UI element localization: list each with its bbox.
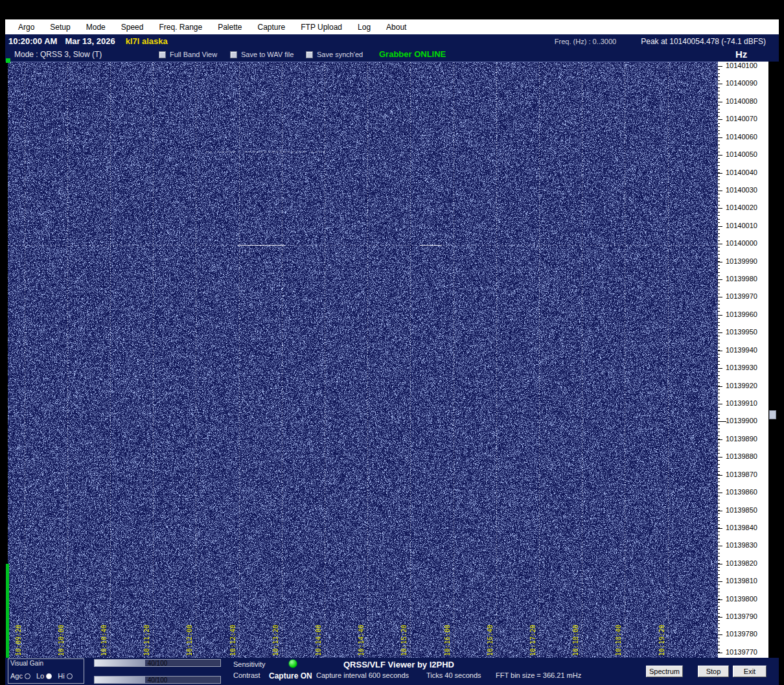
freq-tick [718,137,722,138]
freq-tick [718,191,722,191]
freq-label: 10139780 [726,630,757,638]
time-tick-label: 10:16:00 [444,625,451,656]
freq-tick [718,102,722,102]
freq-label: 10139960 [726,310,757,318]
contrast-label: Contrast [233,671,260,679]
sensitivity-slider[interactable]: 40/100 [94,659,221,667]
stop-button[interactable]: Stop [698,666,729,677]
time-tick-label: 10:18:00 [572,625,579,656]
radio-icon[interactable] [46,673,52,679]
time-tick-label: 10:12:40 [229,625,236,656]
freq-label: 10139810 [726,577,757,585]
freq-label: 10139940 [726,346,757,354]
freq-label: 10139860 [726,488,757,496]
menu-speed[interactable]: Speed [113,23,152,32]
freq-label: 10140050 [726,150,757,158]
freq-label: 10140060 [726,133,757,141]
menu-freq-range[interactable]: Freq. Range [151,23,210,32]
capture-led-icon [288,659,297,668]
menu-palette[interactable]: Palette [210,23,249,32]
freq-label: 10139850 [726,506,757,514]
freq-label: 10139830 [726,541,757,549]
minor-ticks [718,66,720,653]
freq-tick [718,404,722,404]
save-synched-checkbox[interactable]: Save synch'ed [306,51,363,58]
freq-tick [718,511,722,511]
freq-tick [718,599,722,600]
menu-capture[interactable]: Capture [250,23,294,32]
freq-tick [718,119,722,120]
exit-button[interactable]: Exit [733,666,767,677]
waterfall-display: 10:09:2010:10:0010:10:4010:11:2010:12:00… [8,62,718,658]
agc-radio[interactable]: Agc [10,672,30,680]
freq-label: 10139820 [726,559,757,567]
visual-gain-title: Visual Gain [10,660,43,667]
time-tick-label: 10:14:40 [358,625,365,656]
ticks-info-label: Ticks 40 seconds [426,671,481,679]
capture-interval-label: Capture interval 600 seconds [316,671,409,679]
menu-about[interactable]: About [378,23,414,32]
hz-unit-label: Hz [735,49,747,60]
freq-label: 10139980 [726,275,757,283]
freq-label: 10139910 [726,399,757,407]
menu-ftp-upload[interactable]: FTP Upload [293,23,350,32]
peak-readout: Peak at 10140054.478 (-74.1 dBFS) [641,37,766,46]
scrollbar-thumb[interactable] [769,410,776,419]
freq-range-label: Freq. (Hz) : 0..3000 [555,38,616,45]
freq-tick [718,351,722,351]
menu-mode[interactable]: Mode [78,23,113,32]
spectrum-button[interactable]: Spectrum [646,666,683,677]
save-to-wav-checkbox[interactable]: Save to WAV file [230,51,294,58]
freq-tick [718,279,722,280]
freq-label: 10139930 [726,364,757,371]
argo-window: Argo Setup Mode Speed Freq. Range Palett… [0,0,784,685]
freq-label: 10139870 [726,470,757,478]
full-band-view-checkbox[interactable]: Full Band View [159,51,217,58]
freq-tick [718,332,722,333]
freq-tick [718,315,722,316]
menu-argo[interactable]: Argo [10,23,42,32]
checkbox-icon[interactable] [306,51,313,58]
radio-icon[interactable] [25,673,30,679]
hi-radio[interactable]: Hi [58,672,72,680]
freq-label: 10139950 [726,328,757,336]
freq-tick [718,173,722,174]
radio-label: Hi [58,672,64,680]
checkbox-icon[interactable] [159,51,166,58]
checkbox-icon[interactable] [230,51,237,58]
freq-tick [718,617,722,618]
status-bar: Visual Gain Agc Lo Hi 40/100 [5,658,779,685]
grabber-status: Grabber ONLINE [379,49,446,59]
time-tick-label: 10:19:20 [658,625,665,656]
menu-setup[interactable]: Setup [42,23,78,32]
freq-label: 10139880 [726,452,757,460]
menu-log[interactable]: Log [350,23,378,32]
checkbox-label: Full Band View [170,51,217,58]
freq-label: 10140040 [726,168,757,176]
lo-radio[interactable]: Lo [36,672,52,680]
freq-tick [718,244,722,244]
freq-tick [718,475,722,476]
radio-icon[interactable] [67,673,73,679]
title-bar: 10:20:00 AM Mar 13, 2026 kl7l alaska Fre… [5,34,779,48]
freq-label: 10139790 [726,612,757,620]
time-tick-label: 10:15:20 [400,625,408,656]
visual-gain-radios: Agc Lo Hi [10,672,73,680]
checkbox-label: Save synch'ed [317,51,363,58]
fft-bin-label: FFT bin size = 366.21 mHz [496,671,581,679]
capture-progress-strip [6,564,9,658]
freq-label: 10140080 [726,97,757,105]
freq-label: 10139800 [726,595,757,603]
freq-tick [718,368,722,369]
freq-tick [718,564,722,564]
freq-label: 10139890 [726,435,757,443]
checkbox-label: Save to WAV file [241,51,294,58]
freq-label: 10139990 [726,257,757,265]
mode-label: Mode : QRSS 3, Slow (T) [14,50,102,59]
freq-label: 10140070 [726,115,757,122]
clock-date: Mar 13, 2026 [65,36,115,46]
contrast-slider[interactable]: 40/100 [94,676,221,684]
time-tick-label: 10:18:40 [615,625,622,656]
freq-label: 10139970 [726,292,757,300]
freq-tick [718,208,722,209]
